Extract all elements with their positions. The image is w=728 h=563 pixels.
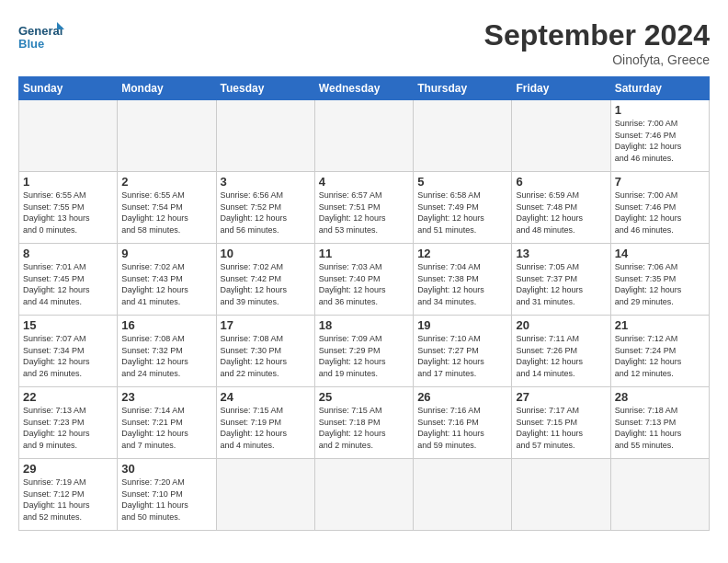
sunrise: Sunrise: 6:55 AM — [121, 190, 185, 200]
calendar-cell: 11 Sunrise: 7:03 AM Sunset: 7:40 PM Dayl… — [314, 244, 413, 316]
calendar-cell: 22 Sunrise: 7:13 AM Sunset: 7:23 PM Dayl… — [19, 387, 118, 459]
calendar-cell — [512, 100, 610, 172]
sunrise: Sunrise: 7:02 AM — [221, 262, 284, 271]
daylight-min: and 39 minutes. — [221, 297, 279, 306]
day-number: 13 — [516, 247, 606, 260]
calendar-cell: 26 Sunrise: 7:16 AM Sunset: 7:16 PM Dayl… — [414, 387, 512, 459]
calendar-cell: 28 Sunrise: 7:18 AM Sunset: 7:13 PM Dayl… — [610, 387, 709, 459]
daylight: Daylight: 13 hours — [23, 213, 90, 223]
day-number: 8 — [23, 247, 113, 260]
calendar-cell: 23 Sunrise: 7:14 AM Sunset: 7:21 PM Dayl… — [118, 387, 216, 459]
calendar-cell: 6 Sunrise: 6:59 AM Sunset: 7:48 PM Dayli… — [512, 172, 610, 244]
sunset: Sunset: 7:19 PM — [221, 418, 282, 427]
sunset: Sunset: 7:51 PM — [319, 202, 381, 212]
header-row: Sunday Monday Tuesday Wednesday Thursday… — [19, 77, 710, 100]
sunset: Sunset: 7:16 PM — [417, 418, 479, 427]
day-number: 30 — [121, 462, 211, 476]
day-number: 24 — [221, 390, 311, 404]
daylight-min: and 0 minutes. — [23, 225, 77, 235]
calendar-cell — [610, 459, 709, 531]
sunrise: Sunrise: 7:20 AM — [121, 477, 185, 487]
col-monday: Monday — [118, 77, 216, 100]
daylight-min: and 26 minutes. — [23, 369, 82, 378]
calendar-cell: 19 Sunrise: 7:10 AM Sunset: 7:27 PM Dayl… — [414, 316, 512, 387]
day-number: 2 — [121, 175, 211, 189]
day-info: Sunrise: 7:14 AM Sunset: 7:21 PM Dayligh… — [121, 405, 211, 451]
sunset: Sunset: 7:37 PM — [516, 274, 577, 283]
day-info: Sunrise: 6:55 AM Sunset: 7:55 PM Dayligh… — [23, 190, 113, 236]
day-info: Sunrise: 7:17 AM Sunset: 7:15 PM Dayligh… — [516, 405, 606, 451]
sunrise: Sunrise: 7:11 AM — [516, 334, 579, 343]
day-number: 11 — [319, 247, 409, 260]
day-number: 14 — [615, 247, 705, 260]
daylight-min: and 51 minutes. — [417, 225, 476, 235]
sunrise: Sunrise: 7:18 AM — [615, 406, 678, 415]
sunset: Sunset: 7:13 PM — [615, 418, 677, 427]
calendar-cell: 15 Sunrise: 7:07 AM Sunset: 7:34 PM Dayl… — [19, 316, 118, 387]
day-number: 28 — [615, 390, 705, 404]
calendar-cell: 1 Sunrise: 7:00 AM Sunset: 7:46 PM Dayli… — [610, 100, 709, 172]
sunset: Sunset: 7:42 PM — [221, 274, 282, 283]
sunset: Sunset: 7:54 PM — [121, 202, 183, 212]
col-sunday: Sunday — [19, 77, 118, 100]
daylight: Daylight: 11 hours — [516, 429, 583, 438]
day-info: Sunrise: 7:06 AM Sunset: 7:35 PM Dayligh… — [615, 261, 705, 307]
daylight-min: and 58 minutes. — [121, 225, 180, 235]
sunset: Sunset: 7:32 PM — [121, 346, 183, 355]
sunrise: Sunrise: 6:56 AM — [221, 190, 284, 200]
sunset: Sunset: 7:35 PM — [615, 274, 677, 283]
day-info: Sunrise: 7:12 AM Sunset: 7:24 PM Dayligh… — [615, 333, 705, 379]
daylight: Daylight: 11 hours — [121, 500, 188, 510]
daylight-min: and 19 minutes. — [319, 369, 378, 378]
sunrise: Sunrise: 7:05 AM — [516, 262, 579, 271]
day-info: Sunrise: 7:19 AM Sunset: 7:12 PM Dayligh… — [23, 477, 113, 523]
daylight-min: and 56 minutes. — [221, 225, 279, 235]
calendar-cell — [512, 459, 610, 531]
calendar-cell: 24 Sunrise: 7:15 AM Sunset: 7:19 PM Dayl… — [216, 387, 314, 459]
daylight-min: and 9 minutes. — [23, 441, 77, 450]
sunset: Sunset: 7:40 PM — [319, 274, 381, 283]
calendar-cell — [314, 459, 413, 531]
calendar-cell: 3 Sunrise: 6:56 AM Sunset: 7:52 PM Dayli… — [216, 172, 314, 244]
sunset: Sunset: 7:24 PM — [615, 346, 677, 355]
title-block: September 2024 Oinofyta, Greece — [484, 18, 710, 67]
month-title: September 2024 — [484, 18, 710, 52]
daylight-min: and 46 minutes. — [615, 154, 674, 163]
daylight: Daylight: 12 hours — [121, 213, 188, 223]
calendar-cell — [19, 100, 118, 172]
sunrise: Sunrise: 7:15 AM — [221, 406, 284, 415]
page: General Blue September 2024 Oinofyta, Gr… — [0, 0, 728, 563]
calendar-cell: 27 Sunrise: 7:17 AM Sunset: 7:15 PM Dayl… — [512, 387, 610, 459]
day-info: Sunrise: 6:56 AM Sunset: 7:52 PM Dayligh… — [221, 190, 311, 236]
day-number: 20 — [516, 318, 606, 332]
calendar-cell: 1 Sunrise: 6:55 AM Sunset: 7:55 PM Dayli… — [19, 172, 118, 244]
day-number: 29 — [23, 462, 113, 476]
calendar-cell — [216, 459, 314, 531]
sunset: Sunset: 7:15 PM — [516, 418, 577, 427]
daylight-min: and 36 minutes. — [319, 297, 378, 306]
daylight: Daylight: 12 hours — [319, 429, 386, 438]
sunrise: Sunrise: 7:09 AM — [319, 334, 382, 343]
sunrise: Sunrise: 6:59 AM — [516, 190, 579, 200]
daylight-min: and 22 minutes. — [221, 369, 279, 378]
sunset: Sunset: 7:52 PM — [221, 202, 282, 212]
daylight-min: and 12 minutes. — [615, 369, 674, 378]
sunrise: Sunrise: 6:55 AM — [23, 190, 86, 200]
daylight: Daylight: 12 hours — [121, 357, 188, 366]
sunrise: Sunrise: 7:19 AM — [23, 477, 86, 487]
day-number: 12 — [417, 247, 507, 260]
sunrise: Sunrise: 7:07 AM — [23, 334, 86, 343]
col-tuesday: Tuesday — [216, 77, 314, 100]
sunset: Sunset: 7:46 PM — [615, 202, 677, 212]
calendar-cell: 8 Sunrise: 7:01 AM Sunset: 7:45 PM Dayli… — [19, 244, 118, 316]
daylight: Daylight: 12 hours — [319, 285, 386, 294]
day-number: 15 — [23, 318, 113, 332]
sunset: Sunset: 7:34 PM — [23, 346, 85, 355]
daylight: Daylight: 12 hours — [615, 142, 682, 151]
sunset: Sunset: 7:55 PM — [23, 202, 85, 212]
day-info: Sunrise: 7:05 AM Sunset: 7:37 PM Dayligh… — [516, 261, 606, 307]
sunset: Sunset: 7:48 PM — [516, 202, 577, 212]
svg-text:Blue: Blue — [18, 37, 44, 51]
daylight: Daylight: 12 hours — [121, 429, 188, 438]
table-row: 29 Sunrise: 7:19 AM Sunset: 7:12 PM Dayl… — [19, 459, 710, 531]
